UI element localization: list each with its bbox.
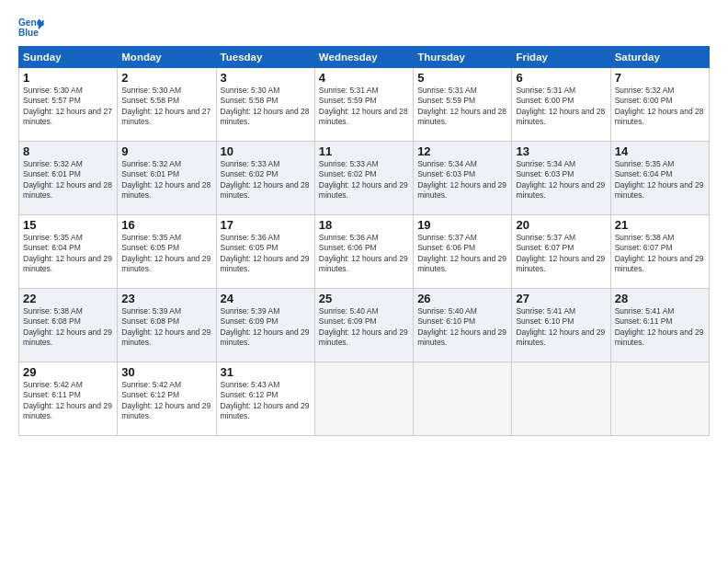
- calendar-cell: [512, 362, 610, 436]
- page: General Blue Sunday Monday Tuesday Wedne…: [0, 0, 728, 563]
- day-number: 2: [121, 71, 211, 85]
- day-number: 8: [23, 144, 113, 158]
- day-info: Sunrise: 5:41 AMSunset: 6:11 PMDaylight:…: [615, 306, 704, 347]
- svg-text:Blue: Blue: [18, 28, 39, 38]
- day-info: Sunrise: 5:38 AMSunset: 6:08 PMDaylight:…: [23, 306, 112, 347]
- col-wednesday: Wednesday: [314, 47, 413, 68]
- calendar-cell: 21 Sunrise: 5:38 AMSunset: 6:07 PMDaylig…: [610, 215, 709, 289]
- day-info: Sunrise: 5:37 AMSunset: 6:07 PMDaylight:…: [516, 233, 605, 273]
- day-number: 18: [319, 218, 409, 232]
- calendar-row: 8 Sunrise: 5:32 AMSunset: 6:01 PMDayligh…: [19, 142, 710, 215]
- calendar-table: Sunday Monday Tuesday Wednesday Thursday…: [18, 46, 710, 436]
- day-info: Sunrise: 5:30 AMSunset: 5:58 PMDaylight:…: [121, 86, 210, 126]
- day-number: 6: [516, 71, 606, 85]
- day-number: 17: [221, 218, 311, 232]
- calendar-cell: 29 Sunrise: 5:42 AMSunset: 6:11 PMDaylig…: [19, 362, 118, 436]
- calendar-cell: 19 Sunrise: 5:37 AMSunset: 6:06 PMDaylig…: [414, 215, 512, 289]
- calendar-cell: [610, 362, 709, 436]
- calendar-row: 1 Sunrise: 5:30 AMSunset: 5:57 PMDayligh…: [19, 68, 710, 142]
- calendar-cell: 18 Sunrise: 5:36 AMSunset: 6:06 PMDaylig…: [314, 215, 413, 289]
- day-info: Sunrise: 5:39 AMSunset: 6:08 PMDaylight:…: [121, 306, 210, 347]
- calendar-cell: 14 Sunrise: 5:35 AMSunset: 6:04 PMDaylig…: [610, 142, 709, 215]
- col-saturday: Saturday: [610, 47, 709, 68]
- day-info: Sunrise: 5:43 AMSunset: 6:12 PMDaylight:…: [221, 380, 310, 420]
- day-info: Sunrise: 5:32 AMSunset: 6:01 PMDaylight:…: [121, 159, 210, 200]
- day-info: Sunrise: 5:40 AMSunset: 6:09 PMDaylight:…: [319, 306, 408, 347]
- day-number: 3: [221, 71, 311, 85]
- calendar-cell: 13 Sunrise: 5:34 AMSunset: 6:03 PMDaylig…: [512, 142, 610, 215]
- calendar-cell: 26 Sunrise: 5:40 AMSunset: 6:10 PMDaylig…: [414, 289, 512, 362]
- day-info: Sunrise: 5:34 AMSunset: 6:03 PMDaylight:…: [516, 159, 605, 200]
- calendar-cell: 10 Sunrise: 5:33 AMSunset: 6:02 PMDaylig…: [216, 142, 314, 215]
- day-number: 29: [23, 365, 113, 379]
- day-info: Sunrise: 5:33 AMSunset: 6:02 PMDaylight:…: [221, 159, 310, 200]
- col-friday: Friday: [512, 47, 610, 68]
- calendar-cell: 27 Sunrise: 5:41 AMSunset: 6:10 PMDaylig…: [512, 289, 610, 362]
- day-info: Sunrise: 5:31 AMSunset: 5:59 PMDaylight:…: [319, 86, 408, 126]
- day-info: Sunrise: 5:31 AMSunset: 6:00 PMDaylight:…: [516, 86, 605, 126]
- day-info: Sunrise: 5:42 AMSunset: 6:11 PMDaylight:…: [23, 380, 112, 420]
- calendar-cell: [414, 362, 512, 436]
- calendar-cell: 23 Sunrise: 5:39 AMSunset: 6:08 PMDaylig…: [118, 289, 216, 362]
- day-number: 24: [221, 292, 311, 305]
- day-number: 4: [319, 71, 409, 85]
- day-number: 16: [121, 218, 211, 232]
- day-info: Sunrise: 5:37 AMSunset: 6:06 PMDaylight:…: [417, 233, 506, 273]
- col-thursday: Thursday: [414, 47, 512, 68]
- calendar-cell: 4 Sunrise: 5:31 AMSunset: 5:59 PMDayligh…: [314, 68, 413, 142]
- calendar-cell: 16 Sunrise: 5:35 AMSunset: 6:05 PMDaylig…: [118, 215, 216, 289]
- day-info: Sunrise: 5:34 AMSunset: 6:03 PMDaylight:…: [417, 159, 506, 200]
- day-info: Sunrise: 5:38 AMSunset: 6:07 PMDaylight:…: [615, 233, 704, 273]
- calendar-cell: 5 Sunrise: 5:31 AMSunset: 5:59 PMDayligh…: [414, 68, 512, 142]
- calendar-cell: 15 Sunrise: 5:35 AMSunset: 6:04 PMDaylig…: [19, 215, 118, 289]
- day-number: 25: [319, 292, 409, 305]
- calendar-cell: [314, 362, 413, 436]
- day-number: 23: [121, 292, 211, 305]
- col-monday: Monday: [118, 47, 216, 68]
- calendar-cell: 7 Sunrise: 5:32 AMSunset: 6:00 PMDayligh…: [610, 68, 709, 142]
- day-info: Sunrise: 5:35 AMSunset: 6:04 PMDaylight:…: [23, 233, 112, 273]
- calendar-row: 29 Sunrise: 5:42 AMSunset: 6:11 PMDaylig…: [19, 362, 710, 436]
- logo: General Blue: [18, 17, 46, 39]
- header: General Blue: [18, 17, 710, 39]
- general-blue-logo-icon: General Blue: [18, 17, 44, 39]
- day-number: 22: [23, 292, 113, 305]
- day-number: 28: [615, 292, 705, 305]
- day-info: Sunrise: 5:41 AMSunset: 6:10 PMDaylight:…: [516, 306, 605, 347]
- day-number: 19: [417, 218, 507, 232]
- day-info: Sunrise: 5:32 AMSunset: 6:01 PMDaylight:…: [23, 159, 112, 200]
- calendar-row: 22 Sunrise: 5:38 AMSunset: 6:08 PMDaylig…: [19, 289, 710, 362]
- day-number: 5: [417, 71, 507, 85]
- calendar-cell: 6 Sunrise: 5:31 AMSunset: 6:00 PMDayligh…: [512, 68, 610, 142]
- calendar-cell: 3 Sunrise: 5:30 AMSunset: 5:58 PMDayligh…: [216, 68, 314, 142]
- day-number: 12: [417, 144, 507, 158]
- calendar-row: 15 Sunrise: 5:35 AMSunset: 6:04 PMDaylig…: [19, 215, 710, 289]
- calendar-header-row: Sunday Monday Tuesday Wednesday Thursday…: [19, 47, 710, 68]
- calendar-cell: 30 Sunrise: 5:42 AMSunset: 6:12 PMDaylig…: [118, 362, 216, 436]
- calendar-cell: 12 Sunrise: 5:34 AMSunset: 6:03 PMDaylig…: [414, 142, 512, 215]
- day-number: 13: [516, 144, 606, 158]
- day-number: 14: [615, 144, 705, 158]
- calendar-cell: 24 Sunrise: 5:39 AMSunset: 6:09 PMDaylig…: [216, 289, 314, 362]
- day-number: 27: [516, 292, 606, 305]
- day-info: Sunrise: 5:42 AMSunset: 6:12 PMDaylight:…: [121, 380, 210, 420]
- calendar-cell: 8 Sunrise: 5:32 AMSunset: 6:01 PMDayligh…: [19, 142, 118, 215]
- calendar-cell: 1 Sunrise: 5:30 AMSunset: 5:57 PMDayligh…: [19, 68, 118, 142]
- calendar-cell: 9 Sunrise: 5:32 AMSunset: 6:01 PMDayligh…: [118, 142, 216, 215]
- col-sunday: Sunday: [19, 47, 118, 68]
- day-info: Sunrise: 5:30 AMSunset: 5:57 PMDaylight:…: [23, 86, 112, 126]
- day-number: 15: [23, 218, 113, 232]
- day-info: Sunrise: 5:39 AMSunset: 6:09 PMDaylight:…: [221, 306, 310, 347]
- calendar-cell: 22 Sunrise: 5:38 AMSunset: 6:08 PMDaylig…: [19, 289, 118, 362]
- day-info: Sunrise: 5:33 AMSunset: 6:02 PMDaylight:…: [319, 159, 408, 200]
- day-info: Sunrise: 5:35 AMSunset: 6:04 PMDaylight:…: [615, 159, 704, 200]
- day-number: 26: [417, 292, 507, 305]
- day-number: 21: [615, 218, 705, 232]
- day-number: 9: [121, 144, 211, 158]
- day-number: 7: [615, 71, 705, 85]
- day-info: Sunrise: 5:31 AMSunset: 5:59 PMDaylight:…: [417, 86, 506, 126]
- calendar-cell: 11 Sunrise: 5:33 AMSunset: 6:02 PMDaylig…: [314, 142, 413, 215]
- day-info: Sunrise: 5:32 AMSunset: 6:00 PMDaylight:…: [615, 86, 704, 126]
- day-info: Sunrise: 5:40 AMSunset: 6:10 PMDaylight:…: [417, 306, 506, 347]
- calendar-cell: 2 Sunrise: 5:30 AMSunset: 5:58 PMDayligh…: [118, 68, 216, 142]
